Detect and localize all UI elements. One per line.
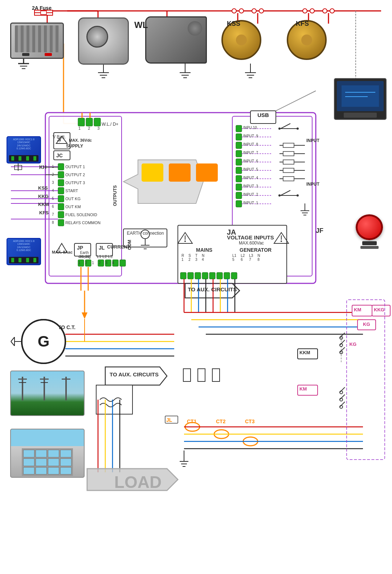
svg-rect-105 [236, 167, 242, 174]
svg-rect-182 [198, 369, 205, 381]
kfs-top-label: KFS [296, 20, 309, 28]
jc-label: JC [56, 153, 63, 158]
svg-rect-58 [58, 171, 64, 178]
svg-line-167 [11, 341, 15, 346]
svg-point-15 [303, 9, 307, 13]
s1s2-label: S1,S2 [79, 254, 90, 259]
relays-common-label: RELAYS COMMON [65, 221, 101, 225]
svg-point-18 [323, 9, 327, 13]
mains-label: MAINS [196, 247, 212, 253]
kfs-left-label: KFS [39, 210, 49, 215]
power-lines-image [10, 371, 85, 416]
kh-label: KH [39, 164, 46, 170]
emergency-stop[interactable] [354, 214, 385, 249]
kkg-left-label: KKG [38, 194, 49, 199]
diagram-container: ! ! [0, 0, 392, 574]
battery [10, 23, 64, 59]
jl-controller-label: JL [99, 245, 105, 251]
starter-motor [145, 16, 207, 64]
svg-point-19 [330, 9, 334, 13]
input-right-label2: INPUT [306, 182, 319, 187]
kkm-right-label: KKM [299, 350, 310, 355]
svg-rect-61 [58, 195, 64, 202]
svg-rect-128 [283, 151, 294, 156]
jp-label: JP [77, 245, 83, 251]
svg-rect-98 [224, 272, 230, 279]
km-label1: KM [354, 307, 361, 312]
km-label2: KM [299, 386, 307, 392]
svg-rect-74 [120, 260, 126, 266]
svg-rect-106 [236, 175, 242, 182]
svg-rect-63 [58, 211, 64, 218]
relay-left-bottom: ADR1060 /XDC1 813W10A9C24V10WDC0.12W0.8D… [7, 238, 41, 265]
alternator-label: WL [134, 20, 148, 30]
svg-rect-97 [217, 272, 222, 279]
kkm-left-label: KKM [38, 202, 49, 207]
kkg-right-label: KKG [374, 307, 384, 312]
mains-terminals: R1S2T3N4 [181, 254, 204, 262]
ct1-label: CT1 [187, 419, 196, 424]
svg-rect-101 [236, 134, 242, 140]
input-labels-panel: INPU 10 INPUT 9 INPUT 8 INPUT 7 INPUT 6 … [243, 124, 258, 207]
svg-point-10 [239, 9, 244, 13]
kss-top-label: KSS [227, 20, 240, 28]
svg-line-216 [276, 91, 316, 111]
l1l2l3-label: L1 L2 L3 [97, 254, 113, 259]
kss-left-label: KSS [38, 185, 48, 191]
svg-point-16 [310, 9, 314, 13]
to-aux-circuits-bottom: TO AUX. CIRCUITS [108, 371, 160, 378]
svg-rect-109 [236, 201, 242, 207]
output-numbers: 12345678 [52, 163, 54, 227]
svg-rect-48 [78, 118, 85, 126]
svg-rect-102 [236, 142, 242, 149]
relay-left-top: ADR1060 /XDC1 813W10A9C24V10WDC0.12W0.8D… [7, 136, 41, 163]
numbers-row: 121234 [78, 261, 114, 265]
jl-bottom-label: JL [166, 417, 172, 423]
svg-rect-82 [142, 163, 163, 182]
svg-rect-134 [283, 168, 294, 173]
svg-rect-5 [41, 11, 46, 15]
svg-rect-99 [231, 272, 237, 279]
svg-marker-213 [82, 312, 87, 319]
svg-rect-49 [86, 118, 93, 126]
gen-terminals: L15L26L37N8 [232, 254, 260, 262]
svg-point-140 [278, 194, 281, 197]
svg-rect-92 [180, 272, 186, 279]
input-right-label1: INPUT [306, 138, 319, 143]
out-km-label: OUT KM [65, 205, 81, 209]
svg-line-166 [11, 337, 15, 341]
svg-rect-131 [283, 160, 294, 164]
fuse-label: 2A Fuse [32, 5, 52, 11]
kg-label1: KG [363, 322, 370, 327]
earth-connection-label: EARTH connection [124, 231, 166, 236]
svg-rect-62 [58, 203, 64, 210]
svg-rect-95 [202, 272, 208, 279]
svg-rect-94 [195, 272, 201, 279]
jf-label: JF [316, 227, 323, 235]
voltage-inputs-label: VOLTAGE INPUTS [214, 234, 287, 240]
out-kg-label: OUT KG [65, 197, 81, 201]
alternator [78, 17, 129, 65]
to-ct-label: TO C.T. [58, 324, 75, 330]
building-image [10, 429, 85, 478]
svg-rect-108 [236, 192, 242, 199]
output3-label: OUTPUT 3 [65, 181, 85, 185]
svg-point-122 [297, 128, 299, 130]
kg-label2: KG [350, 341, 357, 347]
svg-rect-60 [58, 187, 64, 194]
output2-label: OUTPUT 2 [65, 173, 85, 177]
svg-point-88 [184, 240, 186, 242]
outputs-label: OUTPUTS [113, 185, 118, 206]
svg-point-141 [297, 194, 299, 197]
fuel-solenoid-label: FUEL SOLENOID [65, 213, 97, 217]
max-8aac-label: MAX. 8Aac [52, 250, 73, 254]
svg-point-12 [252, 9, 256, 13]
generator-ja-label: GENERATOR [240, 247, 271, 253]
load-label: LOAD [102, 472, 174, 492]
laptop [334, 78, 387, 120]
start-label: START [65, 189, 78, 193]
usb-label: USB [252, 112, 274, 118]
svg-rect-137 [283, 177, 294, 181]
to-aux-circuits-top: TO AUX. CIRCUITS [187, 286, 238, 293]
svg-rect-96 [209, 272, 215, 279]
